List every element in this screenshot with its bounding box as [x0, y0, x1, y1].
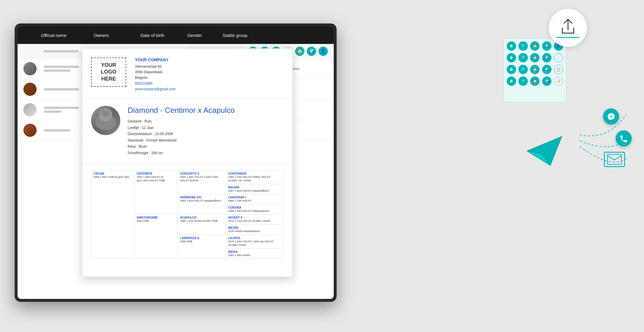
upload-underline	[556, 37, 580, 38]
panel-globe-icon-1[interactable]: 🌍	[542, 41, 551, 51]
panel-clock-icon-1[interactable]: ⏱	[518, 41, 528, 51]
horse-info: Diamond - Centimor x Acapulco Geslacht :…	[128, 106, 235, 156]
messenger-icon[interactable]	[603, 108, 619, 125]
company-phone: 858219985	[135, 81, 284, 86]
pdf-company-info: YOUR COMPANY Stiemenstraat 40 3590 Diepe…	[135, 57, 284, 92]
pedigree-landgraf-cell: LANDGRAF I 1966 1.70m HOLST	[226, 194, 283, 205]
avatar	[23, 83, 37, 96]
table-header: Official name Owners Date of birth Gende…	[18, 26, 334, 44]
logo-line3: HERE	[101, 76, 116, 82]
pdf-logo-box: YOUR LOGO HERE	[91, 57, 126, 87]
panel-globe-icon-4[interactable]: 🌍	[542, 76, 551, 86]
pdf-horse-section: Diamond - Centimor x Acapulco Geslacht :…	[82, 98, 292, 164]
panel-clock-icon-2[interactable]: ⏱	[518, 53, 528, 62]
panel-clock-icon-4[interactable]: ⏱	[518, 76, 528, 86]
pedigree-lacros-cell: LACROS 1978 1.63m HOLST 1.60m-spr HOLST;…	[226, 235, 283, 248]
pedigree-amsterdam-cell: AMSTERDAME 2002 FWB	[134, 214, 178, 259]
globe-icon-btn[interactable]: 🌍	[307, 47, 316, 56]
header-owners: Owners	[94, 33, 141, 38]
header-gender: Gender	[187, 33, 222, 38]
pedigree-weida-cell: WEIDA 1993 1.68m HANN	[226, 248, 283, 259]
name-line2	[44, 110, 61, 113]
pedigree-lawrenza-cell: LAWRENZA A 1998 FWB	[178, 235, 226, 259]
logo-line1: YOUR	[101, 62, 116, 69]
name-line2	[44, 69, 70, 72]
pdf-header: YOUR LOGO HERE YOUR COMPANY Stiemenstraa…	[82, 49, 292, 98]
company-name: YOUR COMPANY	[135, 57, 284, 62]
pedigree-contender-cell: CONTENDER 1984 1.70m HOLST KWPN; HOLST; …	[226, 170, 283, 184]
avatar	[23, 124, 37, 137]
paper-plane	[524, 133, 565, 170]
panel-barn-icon-3[interactable]: 🏠	[530, 65, 539, 74]
panel-cross-icon-2[interactable]: ✚	[507, 53, 516, 62]
icons-panel: ✚ ⏱ 🏠 🌍 👤 ✚ ⏱ 🏠 🌍 📄 ✚ ⏱ 🏠 🌍 📋 ✚ ⏱ 🏠 🌍 📝	[503, 38, 566, 103]
paper-plane-icon	[524, 133, 565, 168]
upload-circle[interactable]	[549, 9, 587, 47]
panel-cross-icon-1[interactable]: ✚	[507, 41, 516, 51]
pedigree-bagina-cell: BAGINA 1987 1.80m HOLST Hauptstufbuch	[226, 184, 283, 194]
panel-clipboard-icon-1[interactable]: 📋	[554, 65, 563, 74]
panel-globe-icon-3[interactable]: 🌍	[542, 65, 551, 74]
main-wrapper: Official name Owners Date of birth Gende…	[0, 0, 644, 332]
pedigree-harmonie-cell: HARMONIE XXI 1993 1.62m HOLST Hauptstufb…	[178, 194, 226, 214]
pedigree-acapulco-cell: ACAPULCO 1980 1.67m HANN HANN; FWB	[178, 214, 226, 235]
avatar	[23, 62, 37, 75]
name-line	[44, 66, 79, 68]
pedigree-table: CRUSIE 2005 1.66m FWB M-spr/1.20m CENTIM…	[91, 170, 284, 259]
company-email: yourcompany@gmail.com	[135, 86, 284, 92]
pedigree-akzent-cell: AKZENT II 1974 1.71m HOLST OLDBG; HANN	[226, 214, 283, 225]
panel-barn-icon-2[interactable]: 🏠	[530, 53, 539, 62]
barn-icon-btn[interactable]: 🏠	[295, 47, 304, 56]
panel-barn-icon-1[interactable]: 🏠	[530, 41, 539, 51]
svg-rect-7	[607, 154, 621, 164]
email-icon[interactable]	[604, 152, 625, 167]
pedigree-corvina-cell: CORVINA 1988 1.64m HOLST Hauptstutbuch	[226, 204, 283, 214]
panel-cross-icon-4[interactable]: ✚	[507, 76, 516, 86]
panel-cross-icon-3[interactable]: ✚	[507, 65, 516, 74]
horse-photo	[91, 106, 120, 135]
panel-note-icon-1[interactable]: 📝	[554, 76, 563, 86]
panel-doc-icon-1[interactable]: 📄	[554, 53, 563, 62]
panel-clock-icon-3[interactable]: ⏱	[518, 65, 528, 74]
name-line	[44, 129, 70, 132]
pedigree-centimor-cell: CENTIMOR 1997 1.68m HOLST M-spr/1.20m HO…	[134, 170, 178, 214]
header-official-name: Official name	[41, 33, 94, 38]
pedigree-concerto-cell: CONCERTO II 1992 1.68m HOLST Z-spr/1.30m…	[178, 170, 226, 194]
name-line	[44, 88, 79, 91]
pedigree-wespe-cell: WESPE 1976 HANN Hauptstutbuch	[226, 225, 283, 235]
horse-details: Geslacht : Ruin Leeftijd : 12 Jaar Geboo…	[128, 118, 235, 156]
logo-line2: LOGO	[101, 69, 117, 75]
name-line	[44, 107, 79, 109]
phone-icon[interactable]	[616, 130, 632, 147]
header-dob: Date of birth	[141, 33, 187, 38]
person2-icon-btn[interactable]: 👤	[318, 47, 328, 56]
pdf-document: YOUR LOGO HERE YOUR COMPANY Stiemenstraa…	[82, 48, 293, 277]
avatar	[23, 103, 37, 116]
header-stable: Stable group	[222, 33, 281, 38]
share-icon	[560, 18, 576, 35]
panel-globe-icon-2[interactable]: 🌍	[542, 53, 551, 62]
panel-barn-icon-4[interactable]: 🏠	[530, 76, 539, 86]
company-address: Stiemenstraat 40 3590 Diepenbeek Belgium…	[135, 64, 284, 92]
pedigree-section: CRUSIE 2005 1.66m FWB M-spr/1.20m CENTIM…	[82, 164, 292, 265]
horse-name: Diamond - Centimor x Acapulco	[128, 106, 235, 115]
pedigree-crusie-cell: CRUSIE 2005 1.66m FWB M-spr/1.20m	[91, 170, 135, 259]
